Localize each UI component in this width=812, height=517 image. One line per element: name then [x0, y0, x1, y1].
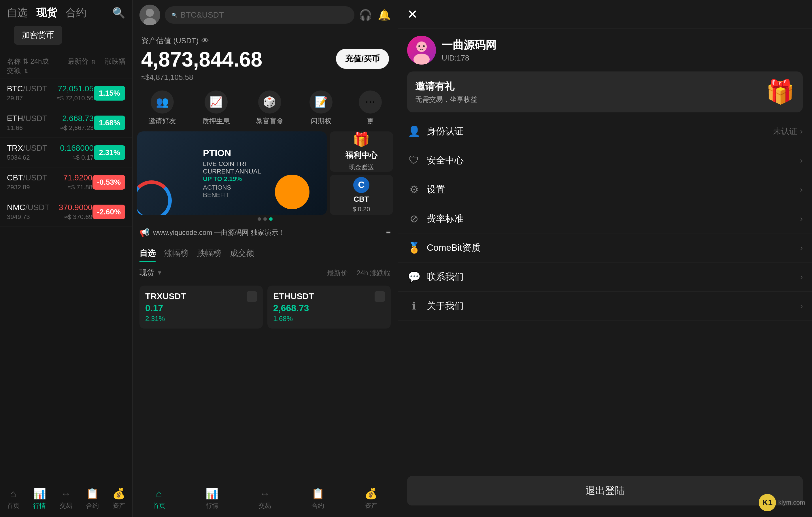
profile-name: 一曲源码网 — [442, 38, 496, 53]
assets-icon: 💰 — [112, 488, 125, 500]
menu-list: 👤 身份认证 未认证 › 🛡 安全中心 › ⚙ 设置 › ⊘ 费率标准 › 🏅 … — [398, 117, 812, 469]
tab-custom[interactable]: 自选 — [7, 6, 28, 20]
flash-icon: 📝 — [315, 96, 328, 108]
menu-fee[interactable]: ⊘ 费率标准 › — [398, 204, 812, 233]
contact-icon: 💬 — [407, 271, 421, 283]
banner-option-label: PTION — [203, 148, 261, 159]
comebit-icon: 🏅 — [407, 242, 421, 254]
card-ethusdt[interactable]: ETHUSDT 2,668.73 1.68% — [267, 286, 391, 328]
sub-filter-spot[interactable]: 现货 — [140, 268, 154, 278]
security-icon: 🛡 — [407, 154, 421, 167]
card-pair-eth: ETHUSDT — [273, 291, 314, 301]
banner-welfare-card[interactable]: 🎁 福利中心 现金赠送 ↻ — [330, 132, 393, 172]
banner-cbt-card[interactable]: C CBT $ 0.20 — [330, 175, 393, 215]
left-nav-home[interactable]: ⌂ 首页 — [7, 488, 20, 510]
market-item-btc[interactable]: BTC/USDT 29.87 72,051.05 ≈$ 72,010.56 1.… — [0, 78, 132, 108]
banner-actions-label: ACTIONS — [203, 184, 261, 191]
tab-futures[interactable]: 合约 — [66, 6, 86, 20]
banner-left[interactable]: PTION LIVE COIN TRI CURRENT ANNUAL UP TO… — [137, 132, 327, 215]
invite-card[interactable]: 邀请有礼 无需交易，坐享收益 🎁 — [407, 71, 803, 112]
invite-icon-wrap: 👥 — [151, 90, 174, 114]
action-more[interactable]: ⋯ 更 — [359, 90, 382, 126]
headset-icon[interactable]: 🎧 — [359, 9, 372, 21]
market-item-nmc[interactable]: NMC/USDT 3949.73 370.9000 ≈$ 370.69 -2.6… — [0, 197, 132, 227]
comebit-arrow-icon: › — [800, 243, 803, 253]
svg-point-6 — [418, 45, 420, 47]
card-trxusdt[interactable]: TRXUSDT 0.17 2.31% — [140, 286, 263, 328]
sort-icon: ⇅ — [23, 57, 31, 65]
search-icon[interactable]: 🔍 — [112, 7, 125, 19]
th-change: 涨跌幅 — [96, 57, 125, 75]
watermark-text: klym.com — [778, 499, 805, 506]
menu-settings[interactable]: ⚙ 设置 › — [398, 175, 812, 204]
close-button[interactable]: ✕ — [407, 7, 418, 22]
identity-value: 未认证 — [773, 126, 797, 137]
mid-assets-icon: 💰 — [365, 488, 377, 500]
blindbox-icon-wrap: 🎲 — [258, 90, 281, 114]
bell-icon[interactable]: 🔔 — [378, 9, 391, 21]
menu-security[interactable]: 🛡 安全中心 › — [398, 146, 812, 175]
action-flash[interactable]: 📝 闪期权 — [310, 90, 332, 126]
menu-comebit[interactable]: 🏅 ComeBit资质 › — [398, 233, 812, 262]
action-pledge[interactable]: 📈 质押生息 — [202, 90, 230, 126]
table-header: 名称 ⇅ 24h成交额 ⇅ 最新价 ⇅ 涨跌幅 — [0, 54, 132, 78]
identity-arrow-icon: › — [800, 127, 803, 136]
action-blindbox[interactable]: 🎲 暴富盲盒 — [256, 90, 284, 126]
banner-percent-label: UP TO 2.19% — [203, 175, 261, 183]
coin-name-cbt: CBT/USDT 2932.89 — [7, 173, 50, 191]
menu-about[interactable]: ℹ 关于我们 › — [398, 292, 812, 321]
market-item-cbt[interactable]: CBT/USDT 2932.89 71.9200 ≈$ 71.88 -0.53% — [0, 167, 132, 197]
deposit-button[interactable]: 充值/买币 — [336, 49, 389, 69]
mtab-losers[interactable]: 跌幅榜 — [197, 248, 221, 262]
search-input-placeholder: BTC&USDT — [180, 10, 224, 20]
left-nav-market[interactable]: 📊 行情 — [33, 488, 46, 510]
asset-value: 4,873,844.68 — [141, 48, 262, 71]
tab-spot[interactable]: 现货 — [36, 6, 57, 20]
contact-arrow-icon: › — [800, 272, 803, 282]
left-nav-futures[interactable]: 📋 合约 — [86, 488, 99, 510]
mid-nav-trade[interactable]: ↔ 交易 — [258, 488, 271, 510]
mid-nav-home[interactable]: ⌂ 首页 — [153, 488, 165, 510]
identity-label: 身份认证 — [427, 125, 773, 138]
mid-nav-assets[interactable]: 💰 资产 — [365, 488, 377, 510]
sub-filter-left: 现货 ▼ — [140, 268, 163, 278]
invite-title: 邀请有礼 — [415, 80, 477, 93]
market-item-eth[interactable]: ETH/USDT 11.66 2,668.73 ≈$ 2,667.23 1.68… — [0, 108, 132, 138]
search-bar[interactable]: 🔍 BTC&USDT — [165, 6, 354, 24]
mid-trade-icon: ↔ — [260, 488, 270, 500]
left-header: 自选 现货 合约 🔍 — [0, 0, 132, 26]
settings-label: 设置 — [427, 183, 800, 196]
market-item-trx[interactable]: TRX/USDT 5034.62 0.168000 ≈$ 0.17 2.31% — [0, 138, 132, 167]
mtab-volume[interactable]: 成交额 — [230, 248, 254, 262]
left-nav-trade[interactable]: ↔ 交易 — [60, 488, 72, 510]
avatar[interactable] — [140, 5, 160, 25]
eye-icon[interactable]: 👁 — [201, 36, 209, 45]
comebit-label: ComeBit资质 — [427, 241, 800, 254]
left-bottom-nav: ⌂ 首页 📊 行情 ↔ 交易 📋 合约 💰 资产 — [0, 483, 132, 517]
profile-section: 一曲源码网 UID:178 — [398, 29, 812, 71]
card-sq-trx — [246, 291, 257, 302]
coin-change-trx: 2.31% — [94, 145, 125, 160]
col-price-header: 最新价 — [327, 268, 348, 278]
coin-price-trx: 0.168000 ≈$ 0.17 — [51, 144, 94, 162]
crypto-badge[interactable]: 加密货币 — [14, 26, 62, 45]
menu-contact[interactable]: 💬 联系我们 › — [398, 262, 812, 292]
market-list: BTC/USDT 29.87 72,051.05 ≈$ 72,010.56 1.… — [0, 78, 132, 483]
mtab-custom[interactable]: 自选 — [140, 248, 155, 262]
market-icon: 📊 — [33, 488, 46, 500]
coin-price-eth: 2,668.73 ≈$ 2,667.23 — [51, 114, 94, 132]
coin-price-nmc: 370.9000 ≈$ 370.69 — [50, 203, 92, 221]
invite-card-content: 邀请有礼 无需交易，坐享收益 — [415, 80, 477, 104]
marquee-menu-icon[interactable]: ≡ — [386, 228, 391, 237]
mid-nav-market[interactable]: 📊 行情 — [205, 488, 219, 510]
mid-nav-futures[interactable]: 📋 合约 — [312, 488, 324, 510]
logout-button[interactable]: 退出登陆 — [407, 476, 803, 506]
quick-actions: 👥 邀请好友 📈 质押生息 🎲 暴富盲盒 📝 闪期权 ⋯ 更 — [133, 85, 398, 132]
invite-icon: 👥 — [156, 96, 169, 108]
left-nav-assets[interactable]: 💰 资产 — [112, 488, 125, 510]
mtab-gainers[interactable]: 涨幅榜 — [164, 248, 188, 262]
action-invite[interactable]: 👥 邀请好友 — [148, 90, 176, 126]
svg-point-1 — [146, 9, 154, 17]
menu-identity[interactable]: 👤 身份认证 未认证 › — [398, 117, 812, 146]
identity-icon: 👤 — [407, 125, 421, 138]
